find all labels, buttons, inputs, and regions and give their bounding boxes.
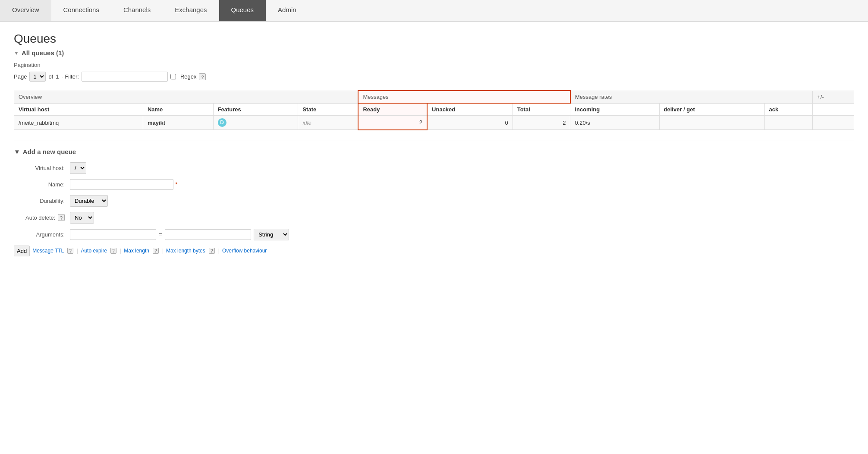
empty-cell xyxy=(813,116,854,130)
nav-item-exchanges[interactable]: Exchanges xyxy=(163,0,219,21)
virtual-host-cell: /meite_rabbitmq xyxy=(14,116,143,130)
all-queues-section: ▼ All queues (1) xyxy=(14,49,854,57)
durability-label: Durability: xyxy=(14,198,70,204)
message-ttl-link[interactable]: Message TTL xyxy=(32,248,64,254)
incoming-cell: 0.20/s xyxy=(570,116,659,130)
page-text: Page xyxy=(14,73,27,80)
virtual-host-select[interactable]: / xyxy=(70,162,86,174)
col-incoming: incoming xyxy=(570,103,659,116)
nav-item-admin[interactable]: Admin xyxy=(266,0,308,21)
arguments-equals: = xyxy=(159,231,162,238)
col-virtual-host: Virtual host xyxy=(14,103,143,116)
ack-cell xyxy=(764,116,813,130)
name-input[interactable] xyxy=(70,179,173,190)
required-star: * xyxy=(175,181,177,188)
arguments-type-select[interactable]: String Number Boolean xyxy=(254,229,289,240)
state-cell: idle xyxy=(298,116,358,130)
total-cell: 2 xyxy=(513,116,570,130)
features-cell: D xyxy=(213,116,298,130)
auto-delete-row: Auto delete: ? No Yes xyxy=(14,212,854,224)
of-text: of xyxy=(48,73,53,80)
pagination-row: Page 1 of 1 - Filter: Regex ? xyxy=(14,72,854,82)
col-state: State xyxy=(298,103,358,116)
auto-expire-help[interactable]: ? xyxy=(110,248,116,254)
add-queue-section: ▼ Add a new queue Virtual host: / Name: … xyxy=(14,141,854,256)
regex-checkbox[interactable] xyxy=(170,74,176,79)
col-deliver-get: deliver / get xyxy=(659,103,764,116)
bottom-links-row: Add Message TTL ? | Auto expire ? | Max … xyxy=(14,246,854,256)
nav-item-channels[interactable]: Channels xyxy=(111,0,163,21)
virtual-host-label: Virtual host: xyxy=(14,165,70,171)
virtual-host-row: Virtual host: / xyxy=(14,162,854,174)
durability-row: Durability: Durable Transient xyxy=(14,195,854,207)
regex-help[interactable]: ? xyxy=(199,73,206,80)
nav-item-connections[interactable]: Connections xyxy=(51,0,111,21)
collapse-arrow[interactable]: ▼ xyxy=(14,50,19,56)
add-queue-collapse[interactable]: ▼ xyxy=(14,148,20,155)
arguments-key-input[interactable] xyxy=(70,229,156,240)
add-queue-header: ▼ Add a new queue xyxy=(14,148,854,155)
ready-cell: 2 xyxy=(358,116,427,130)
col-total: Total xyxy=(513,103,570,116)
auto-delete-help[interactable]: ? xyxy=(58,214,65,221)
auto-delete-label: Auto delete: ? xyxy=(14,214,70,221)
page-title: Queues xyxy=(14,32,854,46)
col-name: Name xyxy=(143,103,213,116)
main-nav: OverviewConnectionsChannelsExchangesQueu… xyxy=(0,0,868,22)
queues-table: Overview Messages Message rates +/- Virt… xyxy=(14,90,854,130)
overflow-behaviour-link[interactable]: Overflow behaviour xyxy=(222,248,267,254)
regex-label: Regex xyxy=(180,73,197,80)
max-length-help[interactable]: ? xyxy=(153,248,159,254)
auto-delete-select[interactable]: No Yes xyxy=(70,212,94,224)
col-empty xyxy=(813,103,854,116)
name-row: Name: * xyxy=(14,179,854,190)
arguments-row: Arguments: = String Number Boolean xyxy=(14,229,854,240)
add-queue-button[interactable]: Add xyxy=(14,246,30,256)
messages-group-header: Messages xyxy=(358,91,570,103)
nav-item-overview[interactable]: Overview xyxy=(0,0,51,21)
name-cell: mayikt xyxy=(143,116,213,130)
name-label: Name: xyxy=(14,181,70,188)
col-features: Features xyxy=(213,103,298,116)
filter-text: - Filter: xyxy=(61,73,79,80)
add-queue-label: Add a new queue xyxy=(23,148,76,155)
max-length-bytes-link[interactable]: Max length bytes xyxy=(166,248,205,254)
arguments-value-input[interactable] xyxy=(165,229,251,240)
message-ttl-help[interactable]: ? xyxy=(67,248,73,254)
arguments-label: Arguments: xyxy=(14,231,70,238)
nav-item-queues[interactable]: Queues xyxy=(219,0,266,21)
message-rates-group-header: Message rates xyxy=(570,91,813,103)
unacked-cell: 0 xyxy=(427,116,513,130)
col-ack: ack xyxy=(764,103,813,116)
plus-minus-btn[interactable]: +/- xyxy=(813,91,854,103)
col-ready: Ready xyxy=(358,103,427,116)
table-row: /meite_rabbitmqmayiktDidle2020.20/s xyxy=(14,116,854,130)
overview-group-header: Overview xyxy=(14,91,359,103)
deliver-get-cell xyxy=(659,116,764,130)
all-queues-label: All queues (1) xyxy=(22,49,64,57)
col-unacked: Unacked xyxy=(427,103,513,116)
of-value: 1 xyxy=(56,73,59,80)
pagination-label: Pagination xyxy=(14,62,854,68)
filter-input[interactable] xyxy=(82,72,168,82)
page-select[interactable]: 1 xyxy=(29,72,46,82)
auto-expire-link[interactable]: Auto expire xyxy=(81,248,107,254)
max-length-link[interactable]: Max length xyxy=(124,248,149,254)
durability-select[interactable]: Durable Transient xyxy=(70,195,108,207)
max-length-bytes-help[interactable]: ? xyxy=(209,248,215,254)
